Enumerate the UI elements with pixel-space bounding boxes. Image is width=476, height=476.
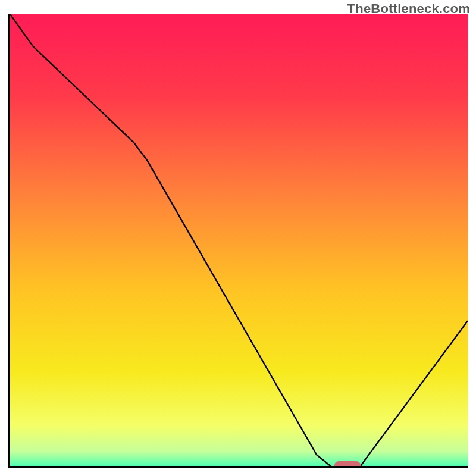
chart-frame: TheBottleneck.com [0,0,476,476]
optimal-marker [334,461,361,468]
plot-area [8,14,468,468]
bottleneck-curve [10,14,468,468]
